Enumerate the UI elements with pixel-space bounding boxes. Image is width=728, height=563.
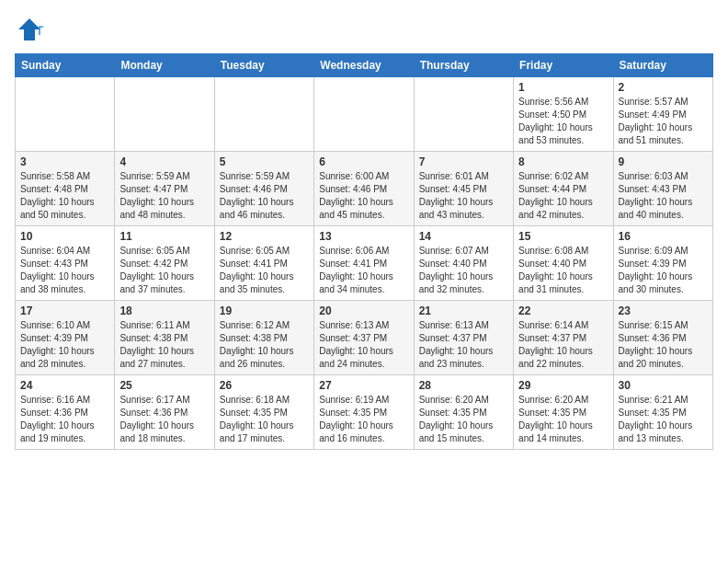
calendar-cell: 22Sunrise: 6:14 AMSunset: 4:37 PMDayligh… [514, 301, 613, 375]
day-number: 1 [518, 81, 608, 94]
calendar-cell [115, 77, 214, 152]
weekday-header-tuesday: Tuesday [214, 54, 313, 77]
day-number: 10 [20, 230, 109, 243]
weekday-header-saturday: Saturday [613, 54, 712, 77]
day-number: 2 [619, 81, 708, 94]
day-info: Sunrise: 6:11 AMSunset: 4:38 PMDaylight:… [119, 319, 209, 371]
day-number: 18 [119, 304, 209, 317]
day-number: 17 [20, 304, 109, 317]
day-number: 23 [619, 304, 708, 317]
day-info: Sunrise: 6:08 AMSunset: 4:40 PMDaylight:… [518, 245, 608, 296]
day-info: Sunrise: 6:04 AMSunset: 4:43 PMDaylight:… [20, 245, 109, 296]
calendar-cell: 28Sunrise: 6:20 AMSunset: 4:35 PMDayligh… [414, 375, 513, 450]
day-info: Sunrise: 6:03 AMSunset: 4:43 PMDaylight:… [619, 170, 708, 222]
day-number: 22 [518, 304, 608, 317]
day-info: Sunrise: 6:15 AMSunset: 4:36 PMDaylight:… [619, 319, 708, 371]
day-info: Sunrise: 6:20 AMSunset: 4:35 PMDaylight:… [419, 394, 508, 445]
weekday-header-thursday: Thursday [414, 54, 513, 77]
calendar-cell: 27Sunrise: 6:19 AMSunset: 4:35 PMDayligh… [314, 375, 414, 450]
day-number: 30 [619, 379, 708, 392]
day-info: Sunrise: 6:00 AMSunset: 4:46 PMDaylight:… [319, 170, 408, 222]
page-header [15, 15, 713, 48]
calendar-cell: 7Sunrise: 6:01 AMSunset: 4:45 PMDaylight… [414, 152, 513, 226]
day-info: Sunrise: 6:10 AMSunset: 4:39 PMDaylight:… [20, 319, 109, 371]
day-info: Sunrise: 6:20 AMSunset: 4:35 PMDaylight:… [518, 394, 608, 445]
day-number: 20 [319, 304, 408, 317]
calendar-cell: 10Sunrise: 6:04 AMSunset: 4:43 PMDayligh… [16, 226, 115, 301]
svg-marker-0 [18, 18, 40, 40]
calendar-cell: 21Sunrise: 6:13 AMSunset: 4:37 PMDayligh… [414, 301, 513, 375]
calendar-cell: 18Sunrise: 6:11 AMSunset: 4:38 PMDayligh… [115, 301, 214, 375]
day-number: 3 [20, 155, 109, 168]
day-number: 13 [319, 230, 408, 243]
calendar-cell: 8Sunrise: 6:02 AMSunset: 4:44 PMDaylight… [514, 152, 613, 226]
day-info: Sunrise: 6:13 AMSunset: 4:37 PMDaylight:… [319, 319, 408, 371]
day-number: 7 [419, 155, 508, 168]
calendar-cell: 25Sunrise: 6:17 AMSunset: 4:36 PMDayligh… [115, 375, 214, 450]
weekday-header-sunday: Sunday [16, 54, 115, 77]
day-number: 21 [419, 304, 508, 317]
day-number: 9 [619, 155, 708, 168]
calendar-cell: 11Sunrise: 6:05 AMSunset: 4:42 PMDayligh… [115, 226, 214, 301]
calendar-cell: 4Sunrise: 5:59 AMSunset: 4:47 PMDaylight… [115, 152, 214, 226]
logo-icon [15, 15, 44, 44]
day-info: Sunrise: 6:09 AMSunset: 4:39 PMDaylight:… [619, 245, 708, 296]
day-number: 29 [518, 379, 608, 392]
calendar-cell: 5Sunrise: 5:59 AMSunset: 4:46 PMDaylight… [214, 152, 313, 226]
day-number: 4 [119, 155, 209, 168]
day-number: 26 [220, 379, 309, 392]
day-number: 11 [119, 230, 209, 243]
day-number: 28 [419, 379, 508, 392]
calendar-cell: 16Sunrise: 6:09 AMSunset: 4:39 PMDayligh… [613, 226, 712, 301]
calendar-cell: 20Sunrise: 6:13 AMSunset: 4:37 PMDayligh… [314, 301, 414, 375]
day-number: 8 [518, 155, 608, 168]
day-number: 14 [419, 230, 508, 243]
day-number: 25 [119, 379, 209, 392]
calendar-cell: 23Sunrise: 6:15 AMSunset: 4:36 PMDayligh… [613, 301, 712, 375]
calendar-cell [16, 77, 115, 152]
calendar-cell: 15Sunrise: 6:08 AMSunset: 4:40 PMDayligh… [514, 226, 613, 301]
day-number: 19 [220, 304, 309, 317]
day-number: 24 [20, 379, 109, 392]
calendar-cell: 1Sunrise: 5:56 AMSunset: 4:50 PMDaylight… [514, 77, 613, 152]
day-info: Sunrise: 6:13 AMSunset: 4:37 PMDaylight:… [419, 319, 508, 371]
calendar-cell: 9Sunrise: 6:03 AMSunset: 4:43 PMDaylight… [613, 152, 712, 226]
calendar-cell: 2Sunrise: 5:57 AMSunset: 4:49 PMDaylight… [613, 77, 712, 152]
calendar-cell: 12Sunrise: 6:05 AMSunset: 4:41 PMDayligh… [214, 226, 313, 301]
day-info: Sunrise: 6:17 AMSunset: 4:36 PMDaylight:… [119, 394, 209, 445]
logo [15, 15, 46, 48]
day-info: Sunrise: 6:05 AMSunset: 4:42 PMDaylight:… [119, 245, 209, 296]
calendar-cell: 29Sunrise: 6:20 AMSunset: 4:35 PMDayligh… [514, 375, 613, 450]
weekday-header-monday: Monday [115, 54, 214, 77]
day-info: Sunrise: 6:19 AMSunset: 4:35 PMDaylight:… [319, 394, 408, 445]
weekday-header-wednesday: Wednesday [314, 54, 414, 77]
calendar-cell: 3Sunrise: 5:58 AMSunset: 4:48 PMDaylight… [16, 152, 115, 226]
day-number: 6 [319, 155, 408, 168]
day-info: Sunrise: 5:59 AMSunset: 4:47 PMDaylight:… [119, 170, 209, 222]
day-info: Sunrise: 5:59 AMSunset: 4:46 PMDaylight:… [220, 170, 309, 222]
day-info: Sunrise: 6:01 AMSunset: 4:45 PMDaylight:… [419, 170, 508, 222]
day-number: 16 [619, 230, 708, 243]
calendar-cell: 17Sunrise: 6:10 AMSunset: 4:39 PMDayligh… [16, 301, 115, 375]
calendar-cell: 13Sunrise: 6:06 AMSunset: 4:41 PMDayligh… [314, 226, 414, 301]
calendar-table: SundayMondayTuesdayWednesdayThursdayFrid… [15, 53, 713, 450]
day-info: Sunrise: 6:02 AMSunset: 4:44 PMDaylight:… [518, 170, 608, 222]
calendar-cell [214, 77, 313, 152]
day-number: 27 [319, 379, 408, 392]
calendar-cell: 24Sunrise: 6:16 AMSunset: 4:36 PMDayligh… [16, 375, 115, 450]
calendar-cell: 14Sunrise: 6:07 AMSunset: 4:40 PMDayligh… [414, 226, 513, 301]
day-info: Sunrise: 6:18 AMSunset: 4:35 PMDaylight:… [220, 394, 309, 445]
calendar-cell [414, 77, 513, 152]
calendar-cell: 26Sunrise: 6:18 AMSunset: 4:35 PMDayligh… [214, 375, 313, 450]
day-info: Sunrise: 6:05 AMSunset: 4:41 PMDaylight:… [220, 245, 309, 296]
day-info: Sunrise: 6:14 AMSunset: 4:37 PMDaylight:… [518, 319, 608, 371]
day-info: Sunrise: 6:16 AMSunset: 4:36 PMDaylight:… [20, 394, 109, 445]
day-info: Sunrise: 6:06 AMSunset: 4:41 PMDaylight:… [319, 245, 408, 296]
calendar-cell: 30Sunrise: 6:21 AMSunset: 4:35 PMDayligh… [613, 375, 712, 450]
day-number: 15 [518, 230, 608, 243]
day-info: Sunrise: 6:12 AMSunset: 4:38 PMDaylight:… [220, 319, 309, 371]
day-number: 12 [220, 230, 309, 243]
calendar-cell [314, 77, 414, 152]
day-info: Sunrise: 5:56 AMSunset: 4:50 PMDaylight:… [518, 96, 608, 147]
day-info: Sunrise: 6:07 AMSunset: 4:40 PMDaylight:… [419, 245, 508, 296]
